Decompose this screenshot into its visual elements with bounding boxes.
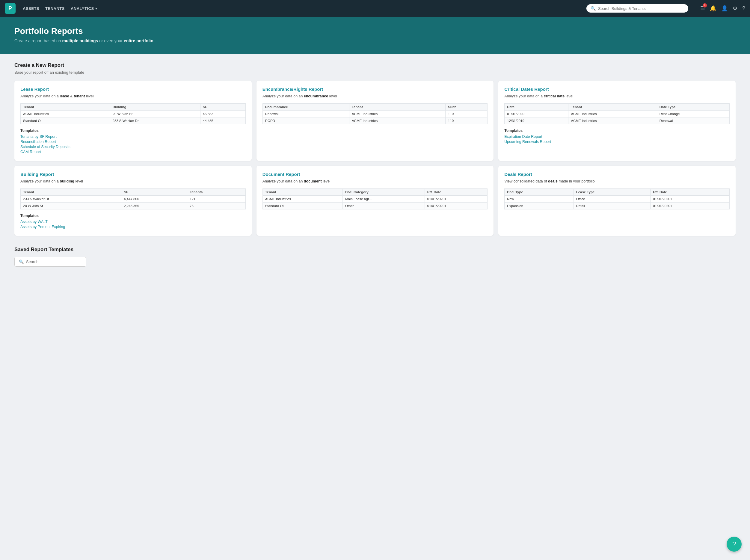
list-icon[interactable]: ☰ 8 — [700, 5, 705, 12]
table-row: ACME Industries20 W 34th St45,883 — [21, 110, 246, 117]
saved-title: Saved Report Templates — [14, 246, 736, 253]
create-section-subtitle: Base your report off an existing templat… — [14, 70, 736, 75]
table-row: ACME IndustriesMain Lease Agr...01/01/20… — [263, 195, 487, 202]
template-link-upcoming-renewals[interactable]: Upcoming Renewals Report — [504, 140, 730, 144]
table-header: Tenant — [21, 188, 121, 195]
card-table-building-report: TenantSFTenants233 S Wacker Dr4,447,8001… — [20, 188, 246, 209]
table-header: Tenant — [21, 103, 110, 110]
navbar-icon-group: ☰ 8 🔔 👤 ⚙ ? — [700, 5, 745, 12]
table-header: Deal Type — [505, 188, 573, 195]
navbar-links: ASSETS TENANTS ANALYTICS ▾ — [23, 6, 97, 11]
template-link-assets-by-percent[interactable]: Assets by Percent Expiring — [20, 225, 246, 229]
templates-label-critical-dates-report: Templates — [504, 128, 730, 133]
table-cell: ACME Industries — [568, 110, 657, 117]
table-cell: ACME Industries — [263, 195, 343, 202]
card-title-deals-report[interactable]: Deals Report — [504, 172, 730, 177]
card-desc-encumbrance-report: Analyze your data on an encumbrance leve… — [263, 94, 488, 99]
saved-search-icon: 🔍 — [19, 259, 24, 264]
table-cell: 01/01/20201 — [425, 195, 487, 202]
nav-tenants[interactable]: TENANTS — [45, 6, 65, 11]
saved-search-input[interactable] — [26, 259, 76, 264]
saved-section: Saved Report Templates 🔍 — [14, 246, 736, 267]
table-row: Standard Oil233 S Wacker Dr44,485 — [21, 117, 246, 124]
template-link-cam-report[interactable]: CAM Report — [20, 150, 246, 154]
table-header: Eff. Date — [650, 188, 730, 195]
table-cell: 76 — [187, 202, 245, 209]
table-cell: ACME Industries — [568, 117, 657, 124]
table-row: 20 W 34th St2,248,35576 — [21, 202, 246, 209]
table-cell: Main Lease Agr... — [343, 195, 425, 202]
table-cell: 110 — [446, 110, 487, 117]
template-link-assets-by-walt[interactable]: Assets by WALT — [20, 220, 246, 224]
table-cell: 233 S Wacker Dr — [21, 195, 121, 202]
hero-description: Create a report based on multiple buildi… — [14, 38, 736, 43]
logo[interactable]: P — [5, 3, 16, 14]
card-table-encumbrance-report: EncumbranceTenantSuiteRenewalACME Indust… — [263, 103, 488, 124]
table-row: NewOffice01/01/20201 — [505, 195, 730, 202]
card-title-building-report[interactable]: Building Report — [20, 172, 246, 177]
table-cell: ACME Industries — [349, 110, 445, 117]
bell-icon[interactable]: 🔔 — [710, 5, 716, 12]
nav-assets[interactable]: ASSETS — [23, 6, 39, 11]
table-cell: Rent Change — [657, 110, 729, 117]
templates-label-lease-report: Templates — [20, 128, 246, 133]
search-input[interactable] — [598, 6, 684, 11]
table-header: SF — [200, 103, 245, 110]
table-cell: 2,248,355 — [121, 202, 187, 209]
table-header: Building — [110, 103, 200, 110]
table-header: Tenant — [263, 188, 343, 195]
table-cell: 01/01/20201 — [650, 195, 730, 202]
card-table-critical-dates-report: DateTenantDate Type01/01/2020ACME Indust… — [504, 103, 730, 124]
user-icon[interactable]: 👤 — [721, 5, 728, 12]
template-link-expiration-date[interactable]: Expiration Date Report — [504, 135, 730, 139]
hero-banner: Portfolio Reports Create a report based … — [0, 17, 750, 54]
card-title-lease-report[interactable]: Lease Report — [20, 86, 246, 92]
main-content: Create a New Report Base your report off… — [0, 54, 750, 281]
table-cell: 233 S Wacker Dr — [110, 117, 200, 124]
table-cell: Office — [573, 195, 650, 202]
gear-icon[interactable]: ⚙ — [733, 5, 737, 12]
table-header: Encumbrance — [263, 103, 349, 110]
table-cell: Other — [343, 202, 425, 209]
card-table-document-report: TenantDoc. CategoryEff. DateACME Industr… — [263, 188, 488, 209]
card-title-document-report[interactable]: Document Report — [263, 172, 488, 177]
page-title: Portfolio Reports — [14, 26, 736, 36]
card-critical-dates-report: Critical Dates ReportAnalyze your data o… — [498, 81, 736, 161]
template-link-reconciliation[interactable]: Reconciliation Report — [20, 140, 246, 144]
table-cell: ACME Industries — [349, 117, 445, 124]
table-header: Doc. Category — [343, 188, 425, 195]
table-row: ROFOACME Industries110 — [263, 117, 487, 124]
card-desc-document-report: Analyze your data on an document level — [263, 179, 488, 184]
table-row: 01/01/2020ACME IndustriesRent Change — [505, 110, 730, 117]
table-cell: Expansion — [505, 202, 573, 209]
navbar: P ASSETS TENANTS ANALYTICS ▾ 🔍 ☰ 8 🔔 👤 ⚙… — [0, 0, 750, 17]
card-title-critical-dates-report[interactable]: Critical Dates Report — [504, 86, 730, 92]
table-cell: Retail — [573, 202, 650, 209]
card-table-deals-report: Deal TypeLease TypeEff. DateNewOffice01/… — [504, 188, 730, 209]
table-header: Lease Type — [573, 188, 650, 195]
card-deals-report: Deals ReportView consolidated data of de… — [498, 166, 736, 236]
table-cell: 45,883 — [200, 110, 245, 117]
table-cell: ACME Industries — [21, 110, 110, 117]
table-row: 233 S Wacker Dr4,447,800121 — [21, 195, 246, 202]
search-icon: 🔍 — [591, 6, 596, 11]
table-cell: 01/01/20201 — [425, 202, 487, 209]
table-cell: Standard Oil — [21, 117, 110, 124]
template-link-tenants-by-sf[interactable]: Tenants by SF Report — [20, 135, 246, 139]
search-bar: 🔍 — [586, 4, 688, 13]
card-desc-lease-report: Analyze your data on a lease & tenant le… — [20, 94, 246, 99]
card-building-report: Building ReportAnalyze your data on a bu… — [14, 166, 252, 236]
table-cell: 44,485 — [200, 117, 245, 124]
card-title-encumbrance-report[interactable]: Encumbrance/Rights Report — [263, 86, 488, 92]
table-cell: 20 W 34th St — [21, 202, 121, 209]
report-cards-grid: Lease ReportAnalyze your data on a lease… — [14, 81, 736, 236]
table-cell: Renewal — [657, 117, 729, 124]
analytics-dropdown-icon: ▾ — [95, 6, 97, 11]
help-icon[interactable]: ? — [742, 5, 745, 12]
table-header: Tenant — [349, 103, 445, 110]
template-link-security-deposits[interactable]: Schedule of Security Deposits — [20, 145, 246, 149]
table-cell: 01/01/2020 — [505, 110, 568, 117]
table-row: ExpansionRetail01/01/20201 — [505, 202, 730, 209]
card-table-lease-report: TenantBuildingSFACME Industries20 W 34th… — [20, 103, 246, 124]
nav-analytics[interactable]: ANALYTICS ▾ — [71, 6, 97, 11]
